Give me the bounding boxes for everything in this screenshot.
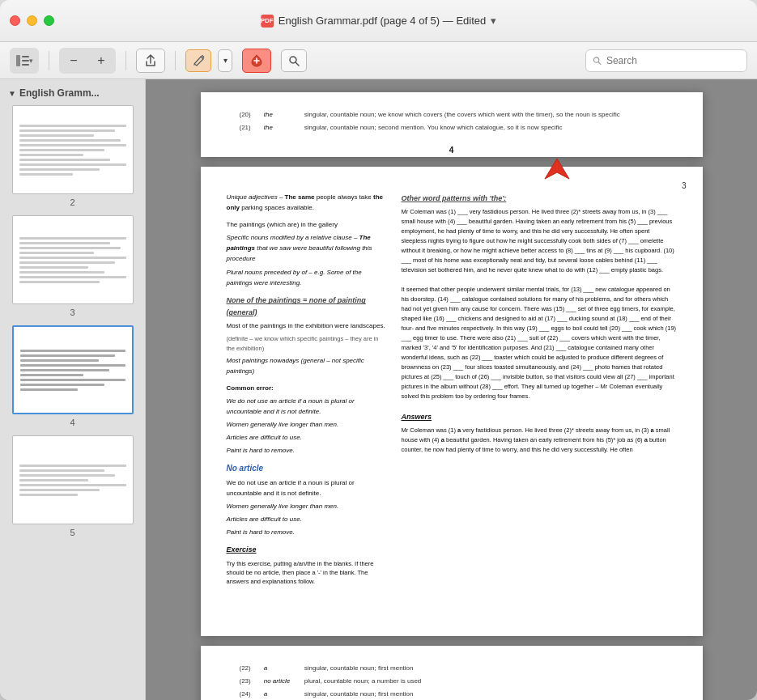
pen-icon xyxy=(193,54,205,66)
dropdown-arrow: ▾ xyxy=(29,57,33,65)
title-dropdown[interactable]: ▾ xyxy=(491,15,496,27)
thumbnail-page-2[interactable]: 2 xyxy=(5,105,140,207)
page-num-2: 2 xyxy=(70,197,74,207)
svg-rect-3 xyxy=(22,64,29,66)
zoom-in-button[interactable]: + xyxy=(88,49,114,72)
toolbar: ▾ − + ▾ xyxy=(0,42,757,79)
share-icon xyxy=(144,54,157,67)
main-content: ▼ English Gramm... 2 xyxy=(0,79,757,700)
top-table: (20) the singular, countable noun; we kn… xyxy=(233,108,670,134)
annotate-dropdown-button[interactable]: ▾ xyxy=(218,49,232,72)
cursor-arrow-indicator xyxy=(541,155,573,190)
titlebar: PDF English Grammar.pdf (page 4 of 5) — … xyxy=(0,0,757,42)
toolbar-sep-2 xyxy=(125,51,126,70)
svg-line-5 xyxy=(296,62,299,66)
pdf-area[interactable]: (20) the singular, countable noun; we kn… xyxy=(146,79,757,700)
find-button[interactable] xyxy=(281,49,307,72)
share-button[interactable] xyxy=(136,49,165,73)
thumbnail-page-4[interactable]: 4 xyxy=(5,325,140,427)
exercise-column: Other word patterns with 'the': Mr Colem… xyxy=(402,193,677,588)
thumbnail-img-4 xyxy=(12,325,134,414)
search-input[interactable] xyxy=(606,55,740,66)
thumbnail-img-3 xyxy=(12,215,134,304)
toolbar-sep-3 xyxy=(175,51,176,70)
sidebar-toggle-group: ▾ xyxy=(10,48,39,74)
table-row: (23) no article plural, countable noun; … xyxy=(233,675,670,688)
svg-marker-8 xyxy=(545,159,569,179)
page-num-5: 5 xyxy=(70,528,74,537)
pdf-page-main: 3 Unique adjectives – The same people al… xyxy=(201,167,703,636)
cursor-icon xyxy=(250,54,263,67)
toolbar-sep-1 xyxy=(49,51,49,70)
thumbnail-page-5[interactable]: 5 xyxy=(5,435,140,537)
pdf-icon: PDF xyxy=(261,15,274,28)
thumbnail-img-5 xyxy=(12,435,134,524)
titlebar-center: PDF English Grammar.pdf (page 4 of 5) — … xyxy=(261,15,497,28)
thumbnail-img-2 xyxy=(12,105,134,194)
annotate-button[interactable] xyxy=(185,49,211,72)
search-box[interactable] xyxy=(585,49,747,72)
traffic-lights xyxy=(10,15,54,26)
none-paintings-title: None of the paintings = none of painting… xyxy=(227,295,389,318)
thumbnail-page-3[interactable]: 3 xyxy=(5,215,140,317)
cursor-action-button[interactable] xyxy=(242,49,271,73)
minimize-button[interactable] xyxy=(27,15,37,26)
app-window: PDF English Grammar.pdf (page 4 of 5) — … xyxy=(0,0,757,700)
window-title: English Grammar.pdf (page 4 of 5) — Edit… xyxy=(279,15,487,27)
grammar-rules-column: Unique adjectives – The same people alwa… xyxy=(227,193,389,588)
svg-line-7 xyxy=(598,62,601,64)
table-row: (21) the singular, countable noun; secon… xyxy=(233,121,670,134)
svg-point-6 xyxy=(593,57,598,62)
content-columns: Unique adjectives – The same people alwa… xyxy=(227,193,677,588)
table-row: (22) a singular, countable noun; first m… xyxy=(233,662,670,675)
svg-rect-1 xyxy=(22,56,29,57)
page-num-3: 3 xyxy=(70,308,74,317)
pdf-page-top: (20) the singular, countable noun; we kn… xyxy=(201,92,703,157)
svg-rect-0 xyxy=(16,55,20,66)
maximize-button[interactable] xyxy=(44,15,54,26)
sidebar-icon xyxy=(16,55,29,66)
pdf-page-bottom: (22) a singular, countable noun; first m… xyxy=(201,646,703,700)
sidebar-toggle-button[interactable]: ▾ xyxy=(11,49,37,72)
zoom-out-button[interactable]: − xyxy=(61,49,87,72)
close-button[interactable] xyxy=(10,15,20,26)
answers-section-title: Answers xyxy=(402,411,677,422)
table-row: (24) a singular, countable noun; first m… xyxy=(233,688,670,700)
other-word-patterns-title: Other word patterns with 'the': xyxy=(402,193,677,204)
find-icon xyxy=(288,55,300,66)
search-icon xyxy=(593,56,602,66)
exercise-section-title: Exercise xyxy=(227,544,389,555)
svg-rect-2 xyxy=(22,60,29,62)
page-number-center: 4 xyxy=(233,144,670,156)
no-article-title: No article xyxy=(227,462,389,475)
sidebar-title: ▼ English Gramm... xyxy=(5,86,140,105)
page-num-4: 4 xyxy=(70,418,74,427)
page-num-right: 3 xyxy=(682,180,687,192)
bottom-table: (22) a singular, countable noun; first m… xyxy=(233,662,670,700)
sidebar: ▼ English Gramm... 2 xyxy=(0,79,146,700)
table-row: (20) the singular, countable noun; we kn… xyxy=(233,108,670,121)
zoom-group: − + xyxy=(59,48,116,74)
